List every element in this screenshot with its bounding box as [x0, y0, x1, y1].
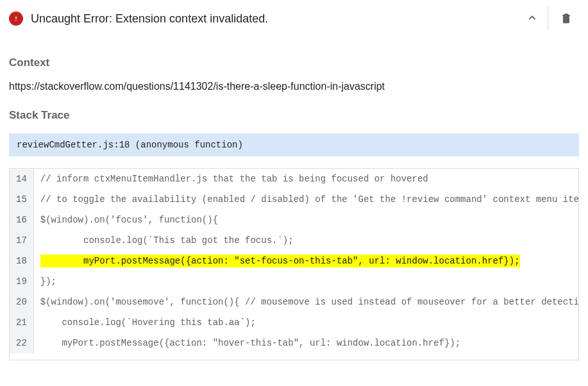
line-number: 21: [10, 312, 33, 333]
code-line: 20$(window).on('mousemove', function(){ …: [10, 292, 578, 312]
code-line: 18 myPort.postMessage({action: "set-focu…: [10, 251, 578, 271]
collapse-button[interactable]: [519, 8, 545, 29]
code-scroll[interactable]: 14// inform ctxMenuItemHandler.js that t…: [10, 169, 578, 360]
context-url: https://stackoverflow.com/questions/1141…: [9, 81, 579, 92]
svg-rect-1: [15, 17, 16, 20]
code-line: 15// to toggle the availability (enabled…: [10, 189, 578, 210]
context-heading: Context: [9, 56, 579, 69]
divider: [548, 6, 548, 31]
code-line: 14// inform ctxMenuItemHandler.js that t…: [10, 169, 578, 189]
line-number: 19: [10, 271, 33, 292]
line-text: // to toggle the availability (enabled /…: [33, 189, 578, 210]
svg-rect-2: [15, 20, 16, 21]
error-header: Uncaught Error: Extension context invali…: [0, 0, 588, 40]
stack-heading: Stack Trace: [9, 109, 579, 122]
code-line: 21 console.log(`Hovering this tab.aa`);: [10, 312, 578, 333]
trash-icon: [560, 11, 573, 27]
line-number: 14: [10, 169, 33, 189]
line-text: myPort.postMessage({action: "set-focus-o…: [33, 251, 578, 271]
line-text: });: [33, 271, 578, 292]
line-number: 20: [10, 292, 33, 312]
error-title: Uncaught Error: Extension context invali…: [31, 12, 512, 26]
line-text: console.log(`Hovering this tab.aa`);: [33, 312, 578, 333]
header-actions: [519, 6, 579, 31]
line-number: 22: [10, 333, 33, 353]
line-number: 16: [10, 210, 33, 230]
line-text: $(window).on('focus', function(){: [33, 210, 578, 230]
line-number: 15: [10, 189, 33, 210]
stack-section: Stack Trace: [0, 109, 588, 122]
code-line: 19});: [10, 271, 578, 292]
code-line: 16$(window).on('focus', function(){: [10, 210, 578, 230]
code-table: 14// inform ctxMenuItemHandler.js that t…: [10, 169, 578, 353]
code-line: 22 myPort.postMessage({action: "hover-th…: [10, 333, 578, 353]
line-number: 17: [10, 230, 33, 251]
chevron-up-icon: [526, 12, 539, 26]
code-line: 17 console.log(`This tab got the focus.`…: [10, 230, 578, 251]
line-text: // inform ctxMenuItemHandler.js that the…: [33, 169, 578, 189]
line-text: console.log(`This tab got the focus.`);: [33, 230, 578, 251]
line-number: 18: [10, 251, 33, 271]
stack-frame[interactable]: reviewCmdGetter.js:18 (anonymous functio…: [9, 133, 579, 156]
delete-button[interactable]: [553, 8, 579, 29]
line-text: $(window).on('mousemove', function(){ //…: [33, 292, 578, 312]
line-text: myPort.postMessage({action: "hover-this-…: [33, 333, 578, 353]
code-view: 14// inform ctxMenuItemHandler.js that t…: [9, 168, 579, 360]
error-icon: [9, 12, 23, 26]
context-section: Context https://stackoverflow.com/questi…: [0, 56, 588, 92]
